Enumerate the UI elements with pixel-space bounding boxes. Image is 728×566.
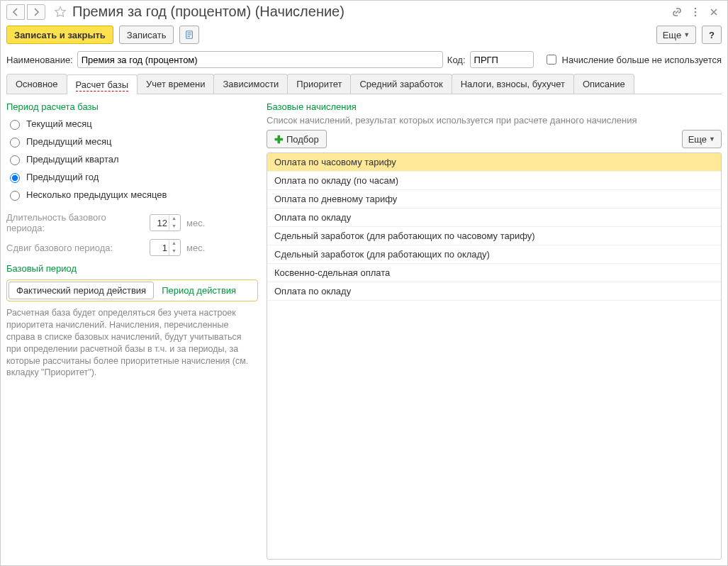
tab-7[interactable]: Описание xyxy=(573,74,634,94)
base-period-segment: Фактический период действия Период дейст… xyxy=(6,279,258,301)
tab-0[interactable]: Основное xyxy=(6,74,67,94)
close-icon[interactable] xyxy=(706,4,722,20)
svg-point-2 xyxy=(695,14,697,16)
not-used-checkbox-label[interactable]: Начисление больше не используется xyxy=(544,52,722,67)
tab-3[interactable]: Зависимости xyxy=(213,74,288,94)
duration-stepper[interactable]: ▲▼ xyxy=(150,214,181,231)
period-radio-input-1[interactable] xyxy=(10,138,20,148)
duration-up[interactable]: ▲ xyxy=(169,215,179,223)
period-radio-0[interactable]: Текущий месяц xyxy=(6,115,258,133)
base-period-title: Базовый период xyxy=(6,263,258,274)
svg-point-0 xyxy=(695,7,697,9)
base-accruals-hint: Список начислений, результат которых исп… xyxy=(267,115,722,126)
period-radio-4[interactable]: Несколько предыдущих месяцев xyxy=(6,186,258,204)
code-label: Код: xyxy=(447,55,466,65)
base-period-description: Расчетная база будет определяться без уч… xyxy=(6,307,258,379)
period-radio-2[interactable]: Предыдущий квартал xyxy=(6,150,258,168)
segment-action-period[interactable]: Период действия xyxy=(154,282,244,299)
name-label: Наименование: xyxy=(6,55,73,65)
window-title: Премия за год (процентом) (Начисление) xyxy=(72,4,345,20)
period-radio-input-2[interactable] xyxy=(10,155,20,165)
period-section-title: Период расчета базы xyxy=(6,101,258,112)
favorite-star-icon[interactable] xyxy=(52,4,68,20)
not-used-checkbox[interactable] xyxy=(547,55,556,65)
nav-back-button[interactable] xyxy=(6,4,25,20)
grid-more-button[interactable]: Еще▼ xyxy=(682,130,722,148)
base-accruals-title: Базовые начисления xyxy=(267,101,722,112)
accrual-row[interactable]: Оплата по окладу xyxy=(267,209,721,227)
shift-up[interactable]: ▲ xyxy=(169,240,179,248)
nav-forward-button[interactable] xyxy=(27,4,45,20)
shift-stepper[interactable]: ▲▼ xyxy=(150,239,181,256)
period-radio-3[interactable]: Предыдущий год xyxy=(6,168,258,186)
shift-down[interactable]: ▼ xyxy=(169,248,179,255)
tab-6[interactable]: Налоги, взносы, бухучет xyxy=(452,74,574,94)
segment-actual-period[interactable]: Фактический период действия xyxy=(9,282,154,299)
shift-unit: мес. xyxy=(186,243,205,253)
accruals-grid: Оплата по часовому тарифуОплата по оклад… xyxy=(267,152,722,560)
tab-1[interactable]: Расчет базы xyxy=(67,74,138,94)
plus-icon: ✚ xyxy=(274,135,284,144)
tab-5[interactable]: Средний заработок xyxy=(350,74,452,94)
period-radio-input-3[interactable] xyxy=(10,173,20,183)
code-input[interactable] xyxy=(470,51,534,68)
duration-unit: мес. xyxy=(186,218,205,228)
accrual-row[interactable]: Оплата по часовому тарифу xyxy=(267,153,721,172)
report-button[interactable] xyxy=(179,26,199,44)
tab-4[interactable]: Приоритет xyxy=(287,74,351,94)
kebab-menu-icon[interactable] xyxy=(688,4,703,20)
shift-label: Сдвиг базового периода: xyxy=(6,243,144,253)
link-icon[interactable] xyxy=(669,4,685,20)
accrual-row[interactable]: Оплата по окладу (по часам) xyxy=(267,172,721,190)
duration-label: Длительность базового периода: xyxy=(6,212,144,233)
accrual-row[interactable]: Оплата по дневному тарифу xyxy=(267,190,721,209)
period-radio-input-0[interactable] xyxy=(10,120,20,130)
period-radio-1[interactable]: Предыдущий месяц xyxy=(6,133,258,150)
accrual-row[interactable]: Сдельный заработок (для работающих по ча… xyxy=(267,227,721,245)
select-button[interactable]: ✚Подбор xyxy=(267,130,327,148)
period-radio-input-4[interactable] xyxy=(10,191,20,201)
accrual-row[interactable]: Сдельный заработок (для работающих по ок… xyxy=(267,245,721,264)
shift-input[interactable] xyxy=(150,243,169,253)
svg-point-1 xyxy=(695,11,697,13)
accrual-row[interactable]: Косвенно-сдельная оплата xyxy=(267,264,721,282)
duration-down[interactable]: ▼ xyxy=(169,223,179,231)
save-and-close-button[interactable]: Записать и закрыть xyxy=(6,26,113,44)
help-button[interactable]: ? xyxy=(702,26,722,44)
name-input[interactable] xyxy=(77,51,443,68)
save-button[interactable]: Записать xyxy=(119,26,174,44)
tab-2[interactable]: Учет времени xyxy=(137,74,214,94)
duration-input[interactable] xyxy=(150,218,169,228)
tab-bar: ОсновноеРасчет базыУчет времениЗависимос… xyxy=(6,74,722,94)
accrual-row[interactable]: Оплата по окладу xyxy=(267,282,721,301)
more-button[interactable]: Еще▼ xyxy=(656,26,696,44)
